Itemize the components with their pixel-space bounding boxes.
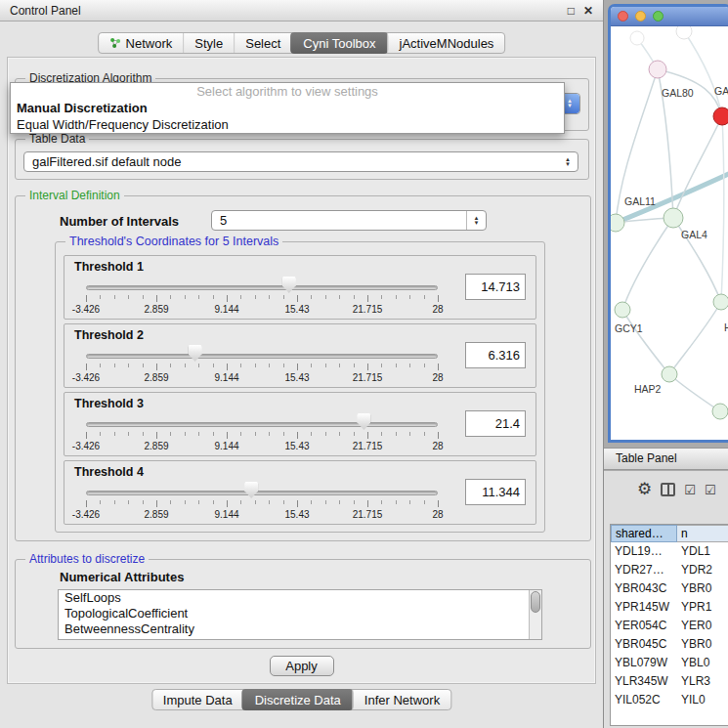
table-row[interactable]: YBR045CYBR0: [611, 635, 728, 654]
table-row[interactable]: YDL19…YDL1: [611, 542, 728, 561]
table-cell[interactable]: YDR27…: [611, 561, 677, 579]
table-row[interactable]: YLR345WYLR3: [611, 672, 728, 691]
dropdown-item-manual-discretization[interactable]: Manual Discretization: [11, 100, 564, 116]
slider-thumb[interactable]: [282, 277, 296, 293]
threshold-value-field[interactable]: 6.316: [465, 342, 526, 368]
table-row[interactable]: YIL052CYIL0: [611, 691, 728, 709]
table-cell[interactable]: YBR0: [677, 635, 728, 654]
table-row[interactable]: YBL079WYBL0: [611, 654, 728, 672]
slider-scale-label: -3.426: [72, 509, 100, 520]
network-canvas[interactable]: GAL80GAGAL11GAL4GCY1HAP2H: [611, 26, 728, 442]
network-node[interactable]: [615, 302, 630, 318]
list-scrollbar[interactable]: [529, 590, 541, 639]
table-cell[interactable]: YBR043C: [611, 579, 677, 598]
table-cell[interactable]: YER054C: [611, 617, 677, 635]
network-edge[interactable]: [622, 218, 673, 310]
gear-icon[interactable]: ⚙: [637, 480, 652, 499]
columns-icon[interactable]: [661, 483, 675, 496]
float-window-icon[interactable]: □: [568, 4, 575, 18]
tab-cyni-toolbox[interactable]: Cyni Toolbox: [290, 32, 388, 54]
network-node[interactable]: [630, 31, 644, 45]
table-row[interactable]: YPR145WYPR1: [611, 598, 728, 617]
tab-discretize-data[interactable]: Discretize Data: [242, 689, 354, 710]
table-cell[interactable]: YBR045C: [611, 635, 677, 654]
tab-select[interactable]: Select: [234, 33, 291, 53]
network-node[interactable]: [712, 404, 728, 419]
threshold-label: Threshold 1: [74, 260, 144, 274]
combo-arrows-icon[interactable]: ▲ ▼: [558, 152, 578, 171]
table-cell[interactable]: YPR1: [677, 598, 728, 617]
select-none-checkbox-icon[interactable]: ☑: [705, 483, 716, 497]
list-item[interactable]: TopologicalCoefficient: [59, 606, 541, 621]
slider-thumb[interactable]: [189, 345, 202, 362]
network-node[interactable]: [649, 61, 666, 78]
slider-thumb[interactable]: [357, 413, 370, 430]
network-node[interactable]: [662, 366, 677, 382]
table-cell[interactable]: YBL0: [677, 654, 728, 672]
network-node[interactable]: [713, 107, 728, 125]
slider-track[interactable]: [86, 491, 438, 495]
table-data-combo[interactable]: galFiltered.sif default node ▲ ▼: [23, 151, 578, 172]
table-cell[interactable]: YDL19…: [611, 542, 677, 561]
slider-track[interactable]: [86, 354, 438, 359]
column-header[interactable]: shared…: [611, 525, 677, 542]
minimize-traffic-light[interactable]: [635, 11, 646, 21]
table-cell[interactable]: YIL052C: [611, 691, 677, 709]
spinner-arrows-icon[interactable]: ▲ ▼: [466, 211, 486, 230]
table-cell[interactable]: YBR0: [677, 579, 728, 598]
number-of-intervals-spinner[interactable]: 5 ▲ ▼: [211, 210, 487, 231]
list-scrollbar-thumb[interactable]: [531, 591, 540, 613]
tab-impute-data[interactable]: Impute Data: [152, 690, 243, 709]
table-cell[interactable]: YLR345W: [611, 672, 677, 691]
threshold-slider[interactable]: -3.4262.8599.14415.4321.71528: [86, 276, 438, 317]
tab-style[interactable]: Style: [183, 33, 234, 53]
threshold-value-field[interactable]: 21.4: [465, 410, 526, 437]
threshold-value-field[interactable]: 14.713: [465, 274, 526, 300]
numerical-attributes-listbox[interactable]: SelfLoopsTopologicalCoefficientBetweenne…: [58, 589, 542, 640]
tab-infer-network[interactable]: Infer Network: [353, 690, 450, 709]
network-edge[interactable]: [721, 116, 724, 302]
threshold-slider[interactable]: -3.4262.8599.14415.4321.71528: [86, 344, 438, 385]
network-edge[interactable]: [622, 310, 669, 374]
threshold-value-field[interactable]: 11.344: [465, 479, 526, 505]
network-node[interactable]: [664, 208, 683, 228]
threshold-slider[interactable]: -3.4262.8599.14415.4321.71528: [86, 412, 438, 453]
list-item[interactable]: SelfLoops: [59, 590, 541, 606]
table-cell[interactable]: YPR145W: [611, 598, 677, 617]
dropdown-placeholder-item[interactable]: Select algorithm to view settings: [11, 83, 564, 100]
dropdown-item-equal-width-frequency[interactable]: Equal Width/Frequency Discretization: [11, 116, 564, 133]
slider-thumb[interactable]: [244, 482, 258, 498]
tab-label: Select: [245, 36, 280, 51]
slider-track[interactable]: [86, 285, 438, 290]
network-edge[interactable]: [669, 302, 721, 374]
table-row[interactable]: YDR27…YDR2: [611, 561, 728, 579]
list-item[interactable]: BetweennessCentrality: [59, 621, 541, 637]
zoom-traffic-light[interactable]: [653, 11, 664, 21]
threshold-slider[interactable]: -3.4262.8599.14415.4321.71528: [86, 481, 438, 522]
table-cell[interactable]: YDL1: [677, 542, 728, 561]
tab-label: jActiveMNodules: [400, 36, 494, 51]
table-row[interactable]: YBR043CYBR0: [611, 579, 728, 598]
column-header[interactable]: n: [677, 525, 728, 542]
close-traffic-light[interactable]: [618, 11, 628, 21]
tab-network[interactable]: Network: [99, 33, 184, 53]
close-icon[interactable]: ✕: [583, 4, 593, 18]
table-cell[interactable]: YBL079W: [611, 654, 677, 672]
table-row[interactable]: YER054CYER0: [611, 617, 728, 635]
table-cell[interactable]: YIL0: [677, 691, 728, 709]
table-cell[interactable]: YDR2: [677, 561, 728, 579]
slider-track[interactable]: [86, 422, 438, 427]
table-cell[interactable]: YLR3: [677, 672, 728, 691]
network-edge[interactable]: [673, 116, 722, 218]
apply-button[interactable]: Apply: [270, 656, 334, 676]
network-edge[interactable]: [669, 374, 720, 411]
slider-ticks: [86, 364, 439, 370]
select-all-checkbox-icon[interactable]: ☑: [684, 483, 696, 497]
network-node[interactable]: [676, 26, 692, 39]
group-title: Attributes to discretize: [25, 552, 149, 566]
tab-jactivemnodules[interactable]: jActiveMNodules: [388, 33, 505, 53]
tab-label: Impute Data: [163, 693, 233, 707]
network-node[interactable]: [713, 294, 728, 310]
table-cell[interactable]: YER0: [677, 617, 728, 635]
network-node[interactable]: [611, 214, 624, 232]
